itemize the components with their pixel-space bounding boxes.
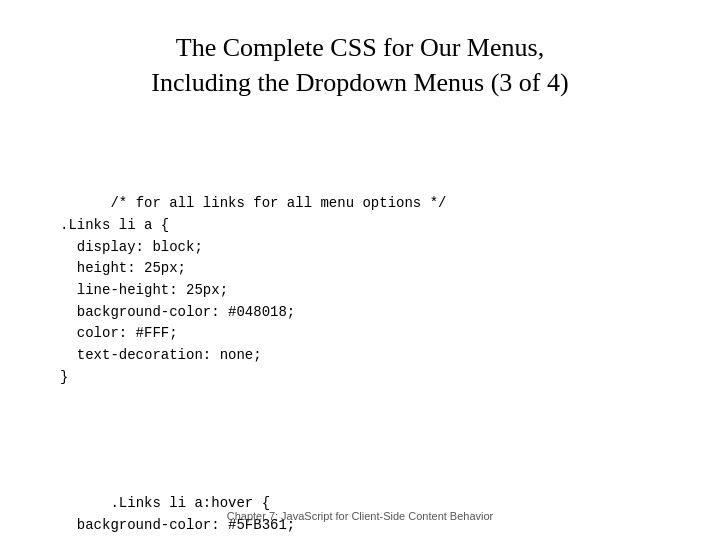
code-section-2: .Links li a:hover { background-color: #5… <box>60 472 680 541</box>
code-area: /* for all links for all menu options */… <box>40 128 680 540</box>
slide-footer: Chapter 7: JavaScript for Client-Side Co… <box>0 510 720 522</box>
slide-title: The Complete CSS for Our Menus, Includin… <box>40 30 680 100</box>
footer-text: Chapter 7: JavaScript for Client-Side Co… <box>227 510 494 522</box>
code-text-1: /* for all links for all menu options */… <box>60 195 446 385</box>
slide-container: The Complete CSS for Our Menus, Includin… <box>0 0 720 540</box>
title-line2: Including the Dropdown Menus (3 of 4) <box>151 68 568 97</box>
code-section-1: /* for all links for all menu options */… <box>60 172 680 411</box>
title-line1: The Complete CSS for Our Menus, <box>176 33 544 62</box>
